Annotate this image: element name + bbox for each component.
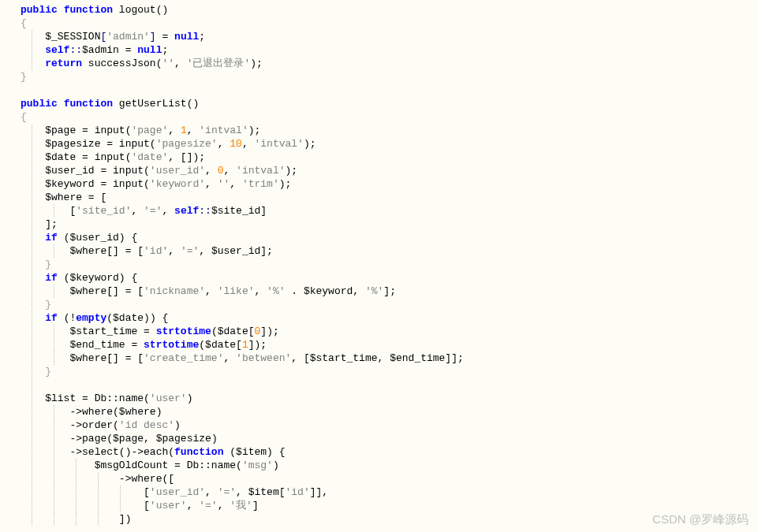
code-line[interactable]: }: [6, 258, 752, 271]
code-line[interactable]: $list = Db::name('user'): [6, 392, 752, 405]
indent-guide: [32, 325, 32, 338]
code-token: '我': [230, 500, 252, 512]
code-token: ,: [168, 245, 181, 257]
code-token: ,: [205, 285, 218, 297]
code-line[interactable]: ['user', '=', '我']: [6, 499, 752, 512]
code-token: =: [119, 44, 137, 56]
code-editor[interactable]: public function logout(){ $_SESSION['adm…: [6, 3, 752, 526]
code-line[interactable]: ['user_id', '=', $item['id']],: [6, 485, 752, 499]
code-line[interactable]: $where[] = ['nickname', 'like', '%' . $k…: [6, 285, 752, 298]
code-line[interactable]: self::$admin = null;: [6, 43, 752, 57]
code-line[interactable]: $end_time = strtotime($date[1]);: [6, 338, 752, 352]
code-line[interactable]: [6, 378, 752, 392]
indent-guide: [54, 512, 54, 526]
code-token: ->page(: [69, 433, 113, 445]
code-token: $where: [119, 406, 156, 418]
indent-guide: [54, 325, 54, 338]
code-token: logout: [119, 4, 156, 16]
code-token: = input(: [76, 151, 131, 163]
code-token: $where: [69, 245, 106, 257]
code-token: , []);: [168, 151, 205, 163]
code-token: ->order(: [69, 419, 118, 431]
code-line[interactable]: ->where($where): [6, 405, 752, 419]
code-token: 'id': [144, 245, 168, 257]
code-token: $site_id: [211, 205, 260, 217]
code-line[interactable]: $msgOldCount = Db::name('msg'): [6, 459, 752, 472]
code-line[interactable]: ->page($page, $pagesize): [6, 432, 752, 445]
code-line[interactable]: [6, 84, 752, 97]
indent-guide: [32, 378, 32, 392]
code-token: $start_time: [69, 326, 137, 337]
code-token: ,: [254, 285, 267, 297]
code-line[interactable]: $keyword = input('keyword', '', 'trim');: [6, 177, 752, 191]
code-line[interactable]: if ($keyword) {: [6, 271, 752, 285]
indent-guide: [32, 512, 32, 526]
code-token: 'user': [150, 392, 187, 404]
code-token: '=': [144, 205, 162, 217]
code-line[interactable]: $where[] = ['create_time', 'between', [$…: [6, 352, 752, 365]
code-line[interactable]: ->where([: [6, 472, 752, 485]
indent-guide: [54, 405, 54, 419]
code-token: [: [144, 500, 150, 512]
indent-guide: [54, 445, 54, 459]
code-token: [113, 98, 119, 110]
indent-guide: [32, 419, 32, 432]
code-line[interactable]: return successJson('', '已退出登录');: [6, 57, 752, 70]
code-line[interactable]: $page = input('page', 1, 'intval');: [6, 124, 752, 137]
code-token: ]);: [260, 326, 278, 337]
code-token: empty: [76, 312, 106, 324]
code-line[interactable]: {: [6, 17, 752, 30]
code-line[interactable]: }: [6, 70, 752, 84]
code-line[interactable]: if ($user_id) {: [6, 231, 752, 244]
code-line[interactable]: $user_id = input('user_id', 0, 'intval')…: [6, 164, 752, 177]
code-line[interactable]: $_SESSION['admin'] = null;: [6, 30, 752, 43]
code-token: successJson(: [82, 58, 162, 69]
code-token: 'user_id': [150, 165, 205, 177]
code-line[interactable]: ]): [6, 512, 752, 526]
code-token: $keyword: [69, 272, 118, 284]
code-line[interactable]: ->select()->each(function ($item) {: [6, 445, 752, 459]
code-line[interactable]: if (!empty($date)) {: [6, 311, 752, 325]
code-line[interactable]: $start_time = strtotime($date[0]);: [6, 325, 752, 338]
code-token: (: [223, 446, 236, 458]
code-token: (: [58, 272, 70, 284]
code-token: 1: [242, 339, 248, 351]
code-line[interactable]: ];: [6, 218, 752, 231]
code-token: = input(: [95, 178, 150, 190]
code-token: $list: [45, 392, 76, 404]
code-line[interactable]: $date = input('date', []);: [6, 151, 752, 164]
code-token: public: [21, 4, 58, 16]
code-line[interactable]: $where = [: [6, 191, 752, 204]
indent-guide: [32, 472, 32, 485]
code-token: 'user_id': [150, 486, 205, 498]
code-token: = input(: [95, 165, 150, 177]
code-token: [113, 4, 119, 16]
code-line[interactable]: $pagesize = input('pagesize', 10, 'intva…: [6, 137, 752, 151]
indent-guide: [54, 472, 54, 485]
code-line[interactable]: ['site_id', '=', self::$site_id]: [6, 204, 752, 218]
code-token: );: [286, 165, 298, 177]
code-line[interactable]: public function logout(): [6, 3, 752, 17]
code-token: ];: [383, 285, 396, 297]
code-token: if: [45, 232, 58, 244]
code-token: $date: [113, 312, 144, 324]
code-line[interactable]: public function getUserList(): [6, 97, 752, 110]
code-line[interactable]: }: [6, 298, 752, 311]
indent-guide: [76, 485, 77, 499]
indent-guide: [54, 499, 54, 512]
code-token: ,: [242, 138, 255, 150]
code-line[interactable]: {: [6, 110, 752, 124]
code-line[interactable]: ->order('id desc'): [6, 419, 752, 432]
code-line[interactable]: $where[] = ['id', '=', $user_id];: [6, 244, 752, 258]
code-line[interactable]: }: [6, 365, 752, 378]
code-token: self: [45, 44, 69, 56]
code-token: ): [273, 459, 279, 471]
code-token: =: [156, 31, 174, 43]
code-token: $page: [45, 125, 76, 136]
indent-guide: [32, 218, 32, 231]
code-token: '已退出登录': [187, 58, 251, 69]
code-token: $admin: [82, 44, 119, 56]
code-token: getUserList: [119, 98, 187, 110]
code-token: [] = [: [106, 285, 144, 297]
indent-guide: [32, 271, 32, 285]
